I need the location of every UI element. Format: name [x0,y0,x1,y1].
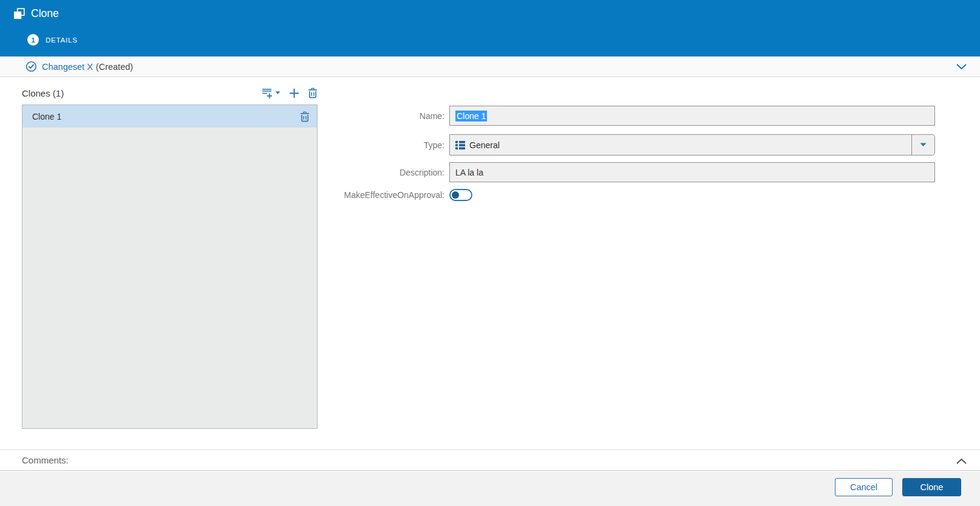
clone-button[interactable]: Clone [902,478,961,496]
dialog-title-row: Clone [13,7,59,20]
clone-dialog: Clone 1 DETAILS Changeset X (Created) Cl… [0,0,980,506]
delete-clones-button[interactable] [308,87,318,98]
name-label: Name: [328,111,444,121]
description-input[interactable]: LA la la [449,162,935,182]
toggle-knob [452,191,459,199]
clone-item-label: Clone 1 [32,112,61,121]
caret-down-icon [275,91,281,95]
step-number-badge: 1 [27,34,39,46]
type-value-text: General [469,140,500,150]
dialog-header: Clone 1 DETAILS [0,0,980,56]
add-clone-button[interactable] [289,88,299,98]
type-label: Type: [328,140,444,150]
description-label: Description: [328,168,444,177]
clone-list: Clone 1 [22,104,318,429]
name-input-selected-text: Clone 1 [455,111,487,121]
cancel-button[interactable]: Cancel [835,478,893,496]
chevron-up-icon[interactable] [956,458,967,464]
form-row-description: Description: LA la la [328,162,936,182]
clones-panel-title: Clones (1) [22,88,64,98]
chevron-down-icon[interactable] [956,64,967,70]
delete-clone-button[interactable] [300,111,310,122]
clones-panel-header: Clones (1) [22,86,318,100]
dialog-footer: Cancel Clone [0,471,980,506]
comments-bar[interactable]: Comments: [0,450,980,471]
make-effective-toggle[interactable] [449,189,472,201]
comments-label: Comments: [22,455,69,465]
clone-icon [13,8,26,20]
changeset-link[interactable]: Changeset X [42,62,93,72]
type-dropdown-button[interactable] [911,135,934,155]
page-title: Clone [31,7,59,20]
changeset-status: (Created) [96,62,133,72]
name-input[interactable]: Clone 1 [449,106,935,126]
type-grid-icon [455,141,465,149]
check-circle-icon [26,61,37,72]
form-row-make-effective: MakeEffectiveOnApproval: [328,189,936,201]
type-selected-value: General [450,140,911,150]
wizard-steps: 1 DETAILS [27,34,78,46]
form-row-name: Name: Clone 1 [328,106,936,126]
description-input-text: LA la la [455,168,483,177]
make-effective-label: MakeEffectiveOnApproval: [328,190,444,200]
clones-panel-actions [262,87,318,98]
step-details-label: DETAILS [46,36,78,44]
clone-list-item[interactable]: Clone 1 [22,105,317,128]
changeset-bar[interactable]: Changeset X (Created) [0,56,980,77]
type-select[interactable]: General [449,134,935,156]
form-row-type: Type: General [328,134,936,156]
caret-down-icon [920,143,927,147]
add-multiple-button[interactable] [262,88,281,98]
